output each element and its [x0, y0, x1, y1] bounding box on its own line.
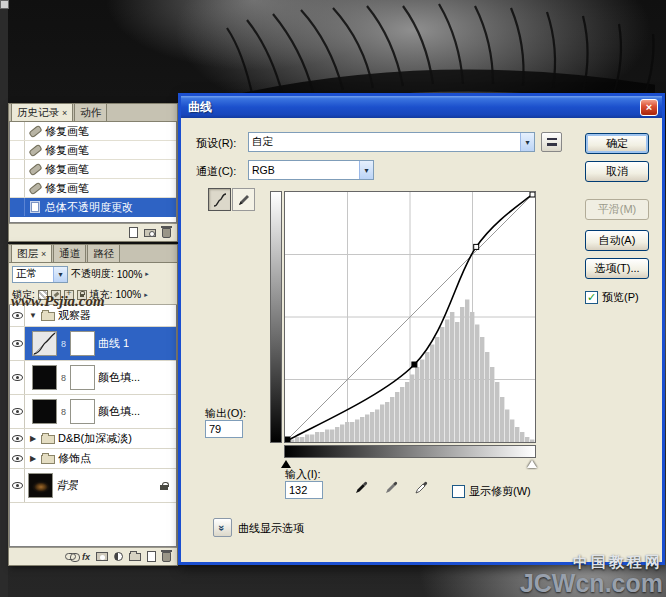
- black-point-eyedropper[interactable]: [351, 476, 373, 498]
- delete-layer-icon[interactable]: [162, 552, 171, 562]
- lock-transparency-icon[interactable]: [38, 290, 48, 300]
- mask-link-icon[interactable]: 8: [60, 407, 67, 417]
- layer-mask-thumbnail[interactable]: [70, 331, 95, 356]
- collapse-triangle-icon[interactable]: ▼: [28, 311, 38, 320]
- lock-pixels-icon[interactable]: [51, 290, 61, 300]
- history-item[interactable]: 修复画笔: [10, 141, 176, 160]
- tab-close-icon[interactable]: ×: [41, 249, 46, 259]
- delete-state-icon[interactable]: [162, 228, 171, 238]
- cancel-button[interactable]: 取消: [585, 161, 649, 182]
- blend-mode-select[interactable]: 正常 ▾: [12, 266, 68, 283]
- tab-history[interactable]: 历史记录 ×: [11, 103, 73, 121]
- curve-graph[interactable]: [285, 192, 535, 442]
- curve-options-expander-button[interactable]: »: [213, 518, 232, 537]
- visibility-toggle[interactable]: [10, 395, 25, 428]
- history-source-cell[interactable]: [10, 122, 25, 140]
- color-fill-thumbnail[interactable]: [32, 399, 57, 424]
- curve-tool-icon: [212, 192, 228, 208]
- preview-checkbox-row[interactable]: ✓ 预览(P): [585, 290, 639, 305]
- gray-point-eyedropper[interactable]: [381, 476, 403, 498]
- history-source-cell[interactable]: [10, 198, 25, 216]
- history-item-label: 修复画笔: [45, 162, 89, 177]
- visibility-toggle[interactable]: [10, 305, 25, 326]
- new-group-icon[interactable]: [129, 553, 141, 561]
- curves-adjustment-thumbnail[interactable]: [32, 331, 57, 356]
- curve-point-tool-button[interactable]: [208, 188, 231, 211]
- layer-mask-thumbnail[interactable]: [70, 399, 95, 424]
- expand-triangle-icon[interactable]: ▶: [28, 434, 38, 443]
- curve-plot[interactable]: [284, 191, 536, 443]
- smooth-button[interactable]: 平滑(M): [585, 199, 649, 220]
- tab-layers-label: 图层: [17, 247, 38, 261]
- background-thumbnail[interactable]: [28, 473, 53, 498]
- layer-row-colorfill2[interactable]: 8 颜色填...: [10, 395, 176, 429]
- mask-link-icon[interactable]: 8: [60, 339, 67, 349]
- check-icon: ✓: [587, 292, 596, 303]
- new-document-from-state-icon[interactable]: [129, 227, 138, 238]
- visibility-toggle[interactable]: [10, 361, 25, 394]
- history-source-cell[interactable]: [10, 160, 25, 178]
- tab-channels[interactable]: 通道: [53, 244, 86, 262]
- tab-actions[interactable]: 动作: [74, 103, 107, 121]
- visibility-toggle[interactable]: [10, 429, 25, 448]
- options-button[interactable]: 选项(T)...: [585, 258, 649, 279]
- history-source-cell[interactable]: [10, 141, 25, 159]
- history-item[interactable]: 修复画笔: [10, 122, 176, 141]
- output-gradient-bar: [270, 191, 282, 443]
- layer-list: ▼ 观察器 8 曲线 1: [9, 305, 177, 547]
- opacity-slider-arrow-icon[interactable]: ▸: [145, 270, 149, 278]
- layer-name: 背景: [56, 478, 78, 493]
- chevron-down-icon[interactable]: ▾: [520, 133, 534, 151]
- layer-row-background[interactable]: 背景: [10, 469, 176, 503]
- preset-menu-button[interactable]: [541, 132, 562, 152]
- white-point-slider[interactable]: [527, 460, 537, 468]
- adjustment-layer-icon[interactable]: [114, 552, 123, 561]
- chevron-down-icon[interactable]: ▾: [359, 161, 373, 179]
- history-item[interactable]: 修复画笔: [10, 160, 176, 179]
- preview-checkbox[interactable]: ✓: [585, 291, 598, 304]
- color-fill-thumbnail[interactable]: [32, 365, 57, 390]
- new-layer-icon[interactable]: [147, 551, 156, 562]
- pencil-tool-button[interactable]: [232, 188, 255, 211]
- ok-button[interactable]: 确定: [585, 133, 649, 154]
- show-clipping-label: 显示修剪(W): [469, 484, 531, 499]
- layer-row-colorfill1[interactable]: 8 颜色填...: [10, 361, 176, 395]
- preset-select[interactable]: 自定 ▾: [248, 132, 535, 152]
- visibility-toggle[interactable]: [10, 469, 25, 502]
- mask-link-icon[interactable]: 8: [60, 373, 67, 383]
- new-snapshot-icon[interactable]: [144, 229, 156, 237]
- layer-row-curves1[interactable]: 8 曲线 1: [10, 327, 176, 361]
- layer-row-group-db[interactable]: ▶ D&B(加深减淡): [10, 429, 176, 449]
- auto-button[interactable]: 自动(A): [585, 230, 649, 251]
- channel-select[interactable]: RGB ▾: [248, 160, 374, 180]
- history-source-cell[interactable]: [10, 179, 25, 197]
- layer-mask-thumbnail[interactable]: [70, 365, 95, 390]
- opacity-label: 不透明度:: [71, 267, 114, 281]
- output-input[interactable]: [205, 420, 243, 438]
- opacity-value[interactable]: 100%: [117, 269, 143, 280]
- layer-style-icon[interactable]: fx: [82, 552, 90, 562]
- chevron-down-icon[interactable]: ▾: [53, 267, 67, 282]
- visibility-toggle[interactable]: [10, 327, 25, 360]
- layer-row-group-observer[interactable]: ▼ 观察器: [10, 305, 176, 327]
- tab-layers[interactable]: 图层 ×: [11, 244, 52, 262]
- show-clipping-checkbox-row[interactable]: 显示修剪(W): [452, 484, 531, 499]
- visibility-toggle[interactable]: [10, 449, 25, 468]
- lock-position-icon[interactable]: [64, 290, 74, 300]
- tab-close-icon[interactable]: ×: [62, 108, 67, 118]
- history-item[interactable]: 修复画笔: [10, 179, 176, 198]
- fill-slider-arrow-icon[interactable]: ▸: [144, 291, 148, 299]
- tab-paths[interactable]: 路径: [87, 244, 120, 262]
- white-point-eyedropper[interactable]: [411, 476, 433, 498]
- history-item-selected[interactable]: 总体不透明度更改: [10, 198, 176, 217]
- input-input[interactable]: [285, 481, 323, 499]
- close-button[interactable]: ×: [640, 99, 658, 116]
- add-mask-icon[interactable]: [96, 552, 108, 561]
- dialog-titlebar[interactable]: 曲线 ×: [181, 96, 662, 118]
- layer-row-group-retouch[interactable]: ▶ 修饰点: [10, 449, 176, 469]
- fill-value[interactable]: 100%: [116, 289, 142, 300]
- link-layers-icon[interactable]: [65, 553, 76, 560]
- expand-triangle-icon[interactable]: ▶: [28, 454, 38, 463]
- lock-all-icon[interactable]: [77, 290, 87, 300]
- show-clipping-checkbox[interactable]: [452, 485, 465, 498]
